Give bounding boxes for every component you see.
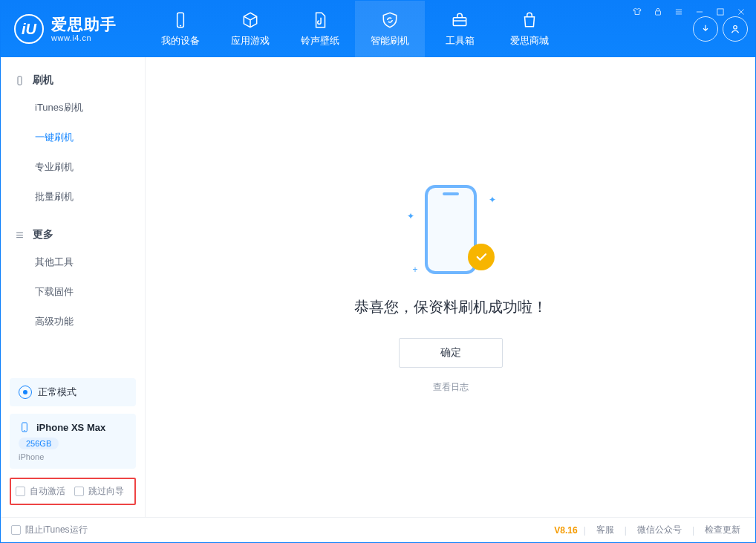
phone-icon — [171, 10, 190, 30]
checkmark-badge-icon — [468, 244, 495, 270]
options-highlight: 自动激活 跳过向导 — [10, 478, 136, 505]
account-button[interactable] — [723, 16, 748, 42]
mode-icon — [19, 386, 32, 399]
check-update-link[interactable]: 检查更新 — [700, 524, 745, 536]
device-name: iPhone XS Max — [36, 422, 105, 433]
view-log-link[interactable]: 查看日志 — [433, 381, 469, 394]
checkbox-label: 跳过向导 — [88, 485, 124, 498]
nav-smart-flash[interactable]: 智能刷机 — [355, 1, 425, 57]
support-link[interactable]: 客服 — [592, 524, 619, 536]
minimize-button[interactable] — [693, 5, 706, 19]
refresh-shield-icon — [380, 10, 400, 30]
ok-button[interactable]: 确定 — [399, 338, 503, 368]
device-icon — [14, 75, 25, 86]
sidebar-bottom: 正常模式 iPhone XS Max 256GB iPhone 自动激活 跳过向… — [1, 371, 145, 517]
titlebar: iU 爱思助手 www.i4.cn 我的设备 应用游戏 铃声壁纸 智能刷机 — [1, 1, 755, 57]
app-title: 爱思助手 — [51, 16, 117, 33]
sidebar-item-itunes-flash[interactable]: iTunes刷机 — [1, 93, 145, 123]
sidebar-title: 更多 — [33, 228, 53, 241]
separator: | — [625, 525, 627, 536]
window-controls — [630, 5, 748, 19]
checkbox-label: 自动激活 — [30, 485, 65, 498]
sparkle-icon: + — [413, 264, 418, 275]
download-button[interactable] — [693, 16, 718, 42]
nav-toolbox[interactable]: 工具箱 — [425, 1, 495, 57]
success-illustration: ✦ ✦ + — [403, 181, 499, 278]
nav-label: 智能刷机 — [371, 34, 409, 48]
nav-store[interactable]: 爱思商城 — [495, 1, 564, 57]
music-file-icon — [310, 10, 330, 30]
sparkle-icon: ✦ — [407, 211, 414, 221]
nav-label: 我的设备 — [161, 34, 200, 48]
sidebar-section-more: 更多 其他工具 下载固件 高级功能 — [1, 212, 145, 336]
version-label: V8.16 — [554, 525, 577, 536]
svg-point-4 — [734, 26, 737, 30]
storage-badge: 256GB — [19, 438, 59, 449]
svg-rect-0 — [656, 11, 661, 15]
status-bar: 阻止iTunes运行 V8.16 | 客服 | 微信公众号 | 检查更新 — [1, 517, 755, 542]
nav-label: 爱思商城 — [510, 34, 549, 48]
mode-box[interactable]: 正常模式 — [10, 378, 136, 406]
nav-apps-games[interactable]: 应用游戏 — [215, 1, 285, 57]
nav-ringtones-wallpapers[interactable]: 铃声壁纸 — [285, 1, 355, 57]
maximize-button[interactable] — [714, 5, 727, 19]
checkbox-block-itunes[interactable]: 阻止iTunes运行 — [11, 524, 88, 536]
nav-label: 应用游戏 — [231, 34, 270, 48]
bag-icon — [520, 10, 539, 30]
device-type: iPhone — [19, 452, 127, 461]
sidebar-header-flash: 刷机 — [1, 68, 145, 93]
app-subtitle: www.i4.cn — [51, 33, 117, 42]
wechat-link[interactable]: 微信公众号 — [633, 524, 686, 536]
checkbox-auto-activate[interactable]: 自动激活 — [16, 485, 65, 498]
sidebar-item-pro-flash[interactable]: 专业刷机 — [1, 152, 145, 182]
nav-my-device[interactable]: 我的设备 — [146, 1, 215, 57]
tshirt-icon[interactable] — [630, 5, 644, 19]
success-message: 恭喜您，保资料刷机成功啦！ — [354, 297, 547, 317]
toolbox-icon — [450, 10, 469, 30]
sidebar: 刷机 iTunes刷机 一键刷机 专业刷机 批量刷机 更多 其他工具 下载固件 … — [1, 57, 146, 517]
sparkle-icon: ✦ — [489, 195, 496, 205]
phone-outline-icon — [19, 421, 30, 433]
separator: | — [692, 525, 694, 536]
cube-icon — [241, 10, 260, 30]
close-button[interactable] — [734, 5, 748, 19]
body: 刷机 iTunes刷机 一键刷机 专业刷机 批量刷机 更多 其他工具 下载固件 … — [1, 57, 755, 517]
sidebar-item-other-tools[interactable]: 其他工具 — [1, 247, 145, 277]
nav-label: 工具箱 — [446, 34, 475, 48]
svg-rect-3 — [453, 18, 466, 26]
main-content: ✦ ✦ + 恭喜您，保资料刷机成功啦！ 确定 查看日志 — [146, 57, 755, 517]
svg-rect-5 — [18, 76, 22, 84]
sidebar-section-flash: 刷机 iTunes刷机 一键刷机 专业刷机 批量刷机 — [1, 57, 145, 212]
top-nav: 我的设备 应用游戏 铃声壁纸 智能刷机 工具箱 爱思商城 — [146, 1, 564, 57]
logo-icon: iU — [14, 14, 44, 44]
sidebar-item-batch-flash[interactable]: 批量刷机 — [1, 182, 145, 212]
list-icon — [14, 230, 25, 241]
sidebar-title: 刷机 — [33, 74, 53, 87]
svg-rect-1 — [717, 9, 723, 15]
checkbox-label: 阻止iTunes运行 — [25, 524, 88, 536]
sidebar-item-advanced[interactable]: 高级功能 — [1, 307, 145, 336]
sidebar-item-download-firmware[interactable]: 下载固件 — [1, 277, 145, 307]
sidebar-header-more: 更多 — [1, 222, 145, 247]
sidebar-item-oneclick-flash[interactable]: 一键刷机 — [1, 123, 145, 152]
checkbox-skip-guide[interactable]: 跳过向导 — [74, 485, 124, 498]
logo: iU 爱思助手 www.i4.cn — [1, 1, 146, 57]
app-window: iU 爱思助手 www.i4.cn 我的设备 应用游戏 铃声壁纸 智能刷机 — [0, 0, 756, 543]
nav-label: 铃声壁纸 — [301, 34, 339, 48]
device-box[interactable]: iPhone XS Max 256GB iPhone — [10, 414, 136, 469]
mode-label: 正常模式 — [38, 386, 76, 399]
separator: | — [584, 525, 586, 536]
menu-icon[interactable] — [672, 5, 685, 19]
lock-icon[interactable] — [651, 5, 665, 19]
